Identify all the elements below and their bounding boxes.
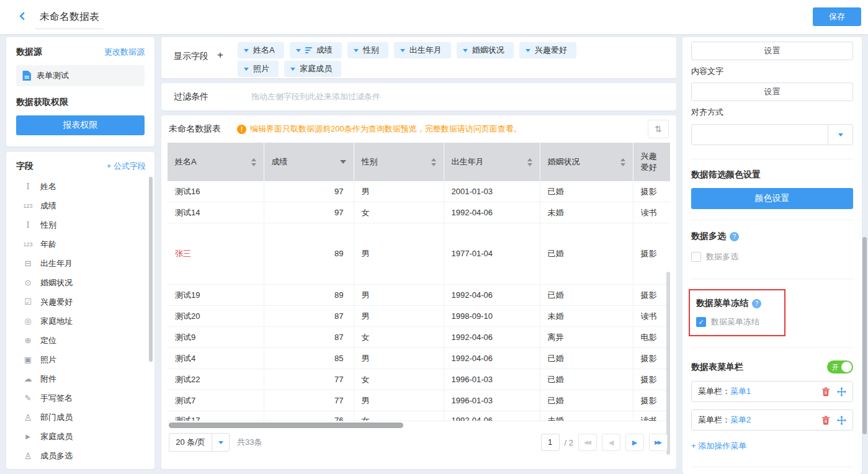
field-item-出生年月[interactable]: ⊟出生年月 bbox=[16, 254, 154, 273]
field-item-姓名[interactable]: I姓名 bbox=[16, 177, 154, 196]
table-menu-section: 数据表菜单栏 开 bbox=[691, 360, 853, 373]
field-item-成员多选[interactable]: ♙成员多选 bbox=[16, 446, 154, 465]
field-item-年龄[interactable]: 123年龄 bbox=[16, 235, 154, 254]
field-item-成绩[interactable]: 123成绩 bbox=[16, 196, 154, 215]
sort-carets-icon[interactable] bbox=[251, 158, 256, 166]
add-action-menu-link[interactable]: + 添加操作菜单 bbox=[691, 440, 746, 452]
menu-freeze-checkbox[interactable] bbox=[696, 317, 706, 327]
next-page-button[interactable]: ▶ bbox=[625, 434, 644, 451]
table-cell: 1992-04-06 bbox=[444, 202, 540, 223]
move-icon[interactable] bbox=[837, 416, 846, 425]
table-cell: 已婚 bbox=[540, 369, 633, 390]
filter-panel[interactable]: 过滤条件 拖动左侧字段到此处来添加过滤条件 bbox=[161, 83, 676, 110]
last-page-button[interactable]: ▶▶ bbox=[649, 434, 668, 451]
field-item-手写签名[interactable]: ✎手写签名 bbox=[16, 388, 154, 408]
data-table: 姓名A成绩性别出生年月婚姻状况兴趣爱好 测试1697男2001-01-03已婚摄… bbox=[168, 143, 670, 421]
sort-carets-icon[interactable] bbox=[620, 158, 625, 166]
table-cell: 未婚 bbox=[540, 411, 633, 421]
first-page-button[interactable]: ◀◀ bbox=[578, 434, 597, 451]
sort-carets-icon[interactable] bbox=[431, 158, 436, 166]
table-row[interactable]: 测试2277女1996-01-03已婚摄影 bbox=[168, 369, 670, 390]
field-item-家庭成员[interactable]: ▶家庭成员 bbox=[16, 427, 154, 446]
sort-desc-icon[interactable] bbox=[340, 160, 346, 164]
chevron-down-icon bbox=[354, 49, 359, 52]
table-row[interactable]: 测试1697男2001-01-03已婚摄影 bbox=[168, 181, 670, 202]
chip-label: 出生年月 bbox=[409, 45, 442, 56]
display-field-chip-出生年月[interactable]: 出生年月 bbox=[394, 42, 451, 58]
datasource-item[interactable]: 表单测试 bbox=[16, 65, 145, 86]
menu-item-name-link[interactable]: 菜单1 bbox=[730, 387, 751, 396]
table-row[interactable]: 测试1776女1992-04-06未婚读书 bbox=[168, 411, 670, 421]
setting-button-2[interactable]: 设置 bbox=[691, 83, 853, 101]
table-row[interactable]: 测试2087男1998-09-10未婚读书 bbox=[168, 306, 670, 327]
table-row[interactable]: 测试1497女1992-04-06未婚读书 bbox=[168, 202, 670, 223]
menu-freeze-checkbox-row: 数据菜单冻结 bbox=[696, 316, 778, 328]
menu-item-菜单1[interactable]: 菜单栏：菜单1 bbox=[691, 381, 853, 402]
table-row[interactable]: 测试1989男1992-04-06已婚摄影 bbox=[168, 285, 670, 306]
column-header-兴趣爱好[interactable]: 兴趣爱好 bbox=[633, 143, 670, 181]
table-horizontal-scrollbar[interactable] bbox=[169, 423, 403, 428]
display-field-chip-姓名A[interactable]: 姓名A bbox=[238, 42, 284, 58]
table-menu-toggle[interactable]: 开 bbox=[827, 360, 853, 373]
field-item-家庭地址[interactable]: ◎家庭地址 bbox=[16, 311, 154, 331]
sort-carets-icon[interactable] bbox=[527, 158, 532, 166]
sort-order-icon[interactable]: ⇅ bbox=[648, 120, 669, 138]
cell-value: 女 bbox=[354, 369, 444, 390]
align-select[interactable] bbox=[691, 124, 853, 145]
table-row[interactable]: 测试485男1992-04-06已婚摄影 bbox=[168, 348, 670, 369]
display-field-chip-家庭成员[interactable]: 家庭成员 bbox=[284, 61, 341, 77]
add-formula-field-link[interactable]: + 公式字段 bbox=[107, 161, 146, 172]
cell-value: 1992-04-06 bbox=[444, 327, 540, 347]
help-icon[interactable]: ? bbox=[752, 299, 761, 308]
field-item-部门成员[interactable]: ♙部门成员 bbox=[16, 408, 154, 427]
column-header-性别[interactable]: 性别 bbox=[354, 143, 444, 181]
page-number-input[interactable]: 1 bbox=[541, 434, 560, 451]
field-item-定位[interactable]: ⊕定位 bbox=[16, 331, 154, 350]
report-permission-button[interactable]: 报表权限 bbox=[16, 115, 145, 135]
setting-button-1[interactable]: 设置 bbox=[691, 42, 853, 60]
divider bbox=[691, 347, 853, 348]
table-row[interactable]: 张三89男1977-01-04已婚摄影 bbox=[168, 223, 670, 285]
display-field-chip-性别[interactable]: 性别 bbox=[347, 42, 388, 58]
chip-row: 姓名A成绩性别出生年月婚姻状况兴趣爱好 bbox=[238, 42, 576, 58]
cell-value: 测试22 bbox=[168, 369, 264, 390]
page-title[interactable]: 未命名数据表 bbox=[36, 11, 103, 29]
table-row[interactable]: 测试987女1992-04-06离异电影 bbox=[168, 327, 670, 348]
field-item-照片[interactable]: ▣照片 bbox=[16, 350, 154, 369]
menu-item-name-link[interactable]: 菜单2 bbox=[730, 415, 751, 424]
field-item-兴趣爱好[interactable]: ☑兴趣爱好 bbox=[16, 292, 154, 311]
prev-page-button[interactable]: ◀ bbox=[602, 434, 620, 451]
color-setting-button[interactable]: 颜色设置 bbox=[691, 188, 853, 209]
back-icon[interactable] bbox=[19, 12, 27, 21]
column-header-姓名A[interactable]: 姓名A bbox=[168, 143, 264, 181]
cell-value: 1996-01-03 bbox=[444, 369, 540, 390]
display-field-chip-成绩[interactable]: 成绩 bbox=[290, 42, 342, 58]
column-header-婚姻状况[interactable]: 婚姻状况 bbox=[540, 143, 633, 181]
change-datasource-link[interactable]: 更改数据源 bbox=[104, 47, 145, 58]
page-scrollbar[interactable] bbox=[862, 237, 867, 434]
display-field-chip-照片[interactable]: 照片 bbox=[238, 61, 279, 77]
table-row[interactable]: 测试777男1996-01-03已婚摄影 bbox=[168, 390, 670, 411]
table-cell: 1992-04-06 bbox=[444, 327, 540, 348]
multi-select-checkbox[interactable] bbox=[691, 252, 701, 262]
table-vertical-scrollbar[interactable] bbox=[666, 272, 670, 455]
add-display-field-button[interactable]: + bbox=[217, 49, 223, 61]
save-button[interactable]: 保存 bbox=[813, 7, 861, 26]
column-header-成绩[interactable]: 成绩 bbox=[264, 143, 354, 181]
display-field-chip-兴趣爱好[interactable]: 兴趣爱好 bbox=[519, 42, 576, 58]
help-icon[interactable]: ? bbox=[730, 232, 739, 241]
field-item-婚姻状况[interactable]: ⊙婚姻状况 bbox=[16, 273, 154, 292]
divider bbox=[691, 220, 853, 220]
menu-item-菜单2[interactable]: 菜单栏：菜单2 bbox=[691, 409, 853, 431]
column-header-出生年月[interactable]: 出生年月 bbox=[444, 143, 540, 181]
trash-icon[interactable] bbox=[821, 416, 830, 425]
table-cell: 未婚 bbox=[540, 306, 633, 327]
field-item-性别[interactable]: I性别 bbox=[16, 215, 154, 235]
page-size-select[interactable]: 20 条/页 bbox=[169, 433, 230, 452]
move-icon[interactable] bbox=[837, 387, 846, 396]
field-item-附件[interactable]: ☁附件 bbox=[16, 369, 154, 388]
trash-icon[interactable] bbox=[821, 387, 830, 396]
fields-scrollbar[interactable] bbox=[149, 177, 153, 362]
display-field-chip-婚姻状况[interactable]: 婚姻状况 bbox=[457, 42, 514, 58]
person-icon: ♙ bbox=[21, 413, 35, 423]
